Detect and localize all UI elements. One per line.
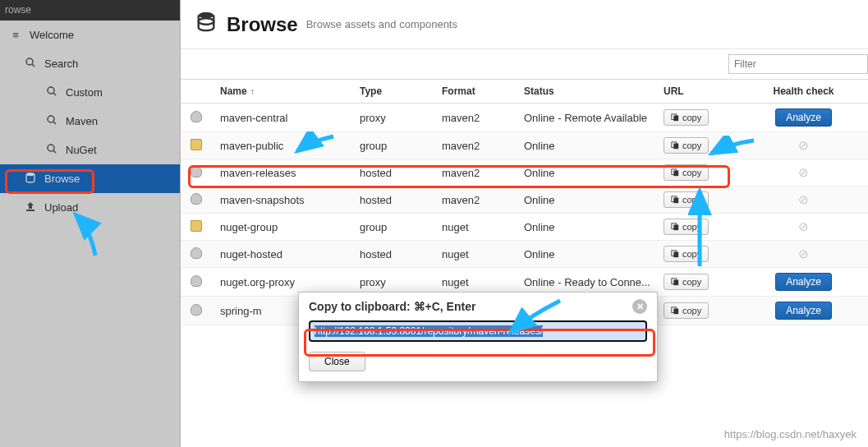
copy-url-button[interactable]: copy xyxy=(664,246,709,262)
col-name[interactable]: Name xyxy=(214,80,353,104)
col-format[interactable]: Format xyxy=(435,80,517,104)
row-icon xyxy=(181,214,214,241)
table-row[interactable]: nuget-groupgroupnugetOnline copy⊘ xyxy=(181,214,868,241)
analyze-button[interactable]: Analyze xyxy=(775,273,832,291)
filter-row xyxy=(181,49,868,79)
nav-welcome[interactable]: ≡ Welcome xyxy=(0,21,180,49)
copy-url-button[interactable]: copy xyxy=(664,302,709,319)
search-icon xyxy=(44,115,59,127)
svg-line-3 xyxy=(53,93,56,95)
copy-url-button[interactable]: copy xyxy=(664,219,709,235)
copy-url-button[interactable]: copy xyxy=(664,164,709,181)
row-format: maven2 xyxy=(435,104,517,132)
copy-url-button[interactable]: copy xyxy=(664,109,709,126)
row-icon xyxy=(181,241,214,268)
row-url: copy xyxy=(657,104,739,132)
row-status: Online xyxy=(517,159,657,187)
filter-input[interactable] xyxy=(728,54,868,74)
row-icon xyxy=(181,132,214,159)
nav-search-nuget[interactable]: NuGet xyxy=(0,136,180,164)
copy-url-button[interactable]: copy xyxy=(664,137,709,154)
row-status: Online xyxy=(517,241,657,268)
svg-rect-19 xyxy=(673,198,678,204)
table-row[interactable]: maven-publicgroupmaven2Online copy⊘ xyxy=(181,132,868,159)
row-url: copy xyxy=(657,241,739,268)
nav-label: Custom xyxy=(66,86,103,99)
database-icon xyxy=(23,172,38,186)
col-status[interactable]: Status xyxy=(517,80,657,104)
row-status: Online xyxy=(517,187,657,214)
col-url[interactable]: URL xyxy=(657,80,739,104)
row-status: Online - Remote Available xyxy=(517,104,657,132)
row-icon xyxy=(181,159,214,187)
nav-label: Welcome xyxy=(30,29,74,41)
repo-type-icon xyxy=(191,302,204,316)
row-type: group xyxy=(353,132,435,159)
col-health[interactable]: Health check xyxy=(739,80,868,104)
repo-type-icon xyxy=(191,274,204,288)
row-icon xyxy=(181,268,214,297)
upload-icon xyxy=(23,201,38,214)
nav-label: Upload xyxy=(44,201,78,214)
nav-search[interactable]: Search xyxy=(0,49,180,78)
row-url: copy xyxy=(657,297,739,325)
search-icon xyxy=(44,144,59,156)
row-name: nuget-group xyxy=(214,214,353,241)
row-icon xyxy=(181,104,214,132)
svg-rect-13 xyxy=(673,116,678,122)
row-health: ⊘ xyxy=(739,214,868,241)
watermark: https://blog.csdn.net/haxyek xyxy=(724,428,857,440)
row-health: Analyze xyxy=(739,297,868,325)
modal-close-button[interactable]: ✕ xyxy=(632,299,647,314)
repo-type-icon xyxy=(191,164,204,178)
blocked-icon: ⊘ xyxy=(798,219,809,233)
row-format: nuget xyxy=(435,214,517,241)
copy-url-button[interactable]: copy xyxy=(664,191,709,208)
svg-rect-25 xyxy=(673,280,678,286)
nav-label: Search xyxy=(44,58,78,70)
row-name: maven-snapshots xyxy=(214,187,353,214)
row-url: copy xyxy=(657,132,739,159)
row-url: copy xyxy=(657,268,739,297)
table-header-row: Name Type Format Status URL Health check xyxy=(181,80,868,104)
blocked-icon: ⊘ xyxy=(798,165,809,179)
nav-label: NuGet xyxy=(66,144,97,156)
row-name: maven-public xyxy=(214,132,353,159)
table-row[interactable]: maven-snapshotshostedmaven2Online copy⊘ xyxy=(181,187,868,214)
search-icon xyxy=(44,86,59,99)
modal-url-input[interactable] xyxy=(309,320,647,342)
copy-url-button[interactable]: copy xyxy=(664,274,709,290)
repo-table: Name Type Format Status URL Health check… xyxy=(181,79,868,325)
analyze-button[interactable]: Analyze xyxy=(775,108,832,127)
svg-rect-21 xyxy=(673,225,678,231)
page-title: Browse xyxy=(227,13,298,36)
table-row[interactable]: maven-releaseshostedmaven2Online copy⊘ xyxy=(181,159,868,187)
nav-search-custom[interactable]: Custom xyxy=(0,78,180,107)
menu-icon: ≡ xyxy=(8,29,23,41)
svg-line-7 xyxy=(53,150,56,153)
analyze-button[interactable]: Analyze xyxy=(775,302,832,320)
nav-search-maven[interactable]: Maven xyxy=(0,107,180,136)
database-icon xyxy=(195,11,217,38)
nav-browse[interactable]: Browse xyxy=(0,164,180,193)
page-subtitle: Browse assets and components xyxy=(306,18,457,30)
row-health: ⊘ xyxy=(739,132,868,159)
row-type: hosted xyxy=(353,187,435,214)
modal-header: Copy to clipboard: ⌘+C, Enter ✕ xyxy=(299,293,657,320)
svg-line-5 xyxy=(53,122,56,124)
row-health: ⊘ xyxy=(739,187,868,214)
col-type[interactable]: Type xyxy=(353,80,435,104)
svg-point-0 xyxy=(26,58,33,65)
row-url: copy xyxy=(657,159,739,187)
svg-rect-9 xyxy=(26,210,34,211)
table-row[interactable]: maven-centralproxymaven2Online - Remote … xyxy=(181,104,868,132)
row-icon xyxy=(181,297,214,325)
row-url: copy xyxy=(657,187,739,214)
col-icon[interactable] xyxy=(181,80,214,104)
nav-upload[interactable]: Upload xyxy=(0,193,180,222)
svg-point-2 xyxy=(48,87,54,94)
table-row[interactable]: nuget-hostedhostednugetOnline copy⊘ xyxy=(181,241,868,268)
modal-close-btn[interactable]: Close xyxy=(309,352,365,371)
row-health: ⊘ xyxy=(739,241,868,268)
nav-label: Browse xyxy=(44,173,80,185)
